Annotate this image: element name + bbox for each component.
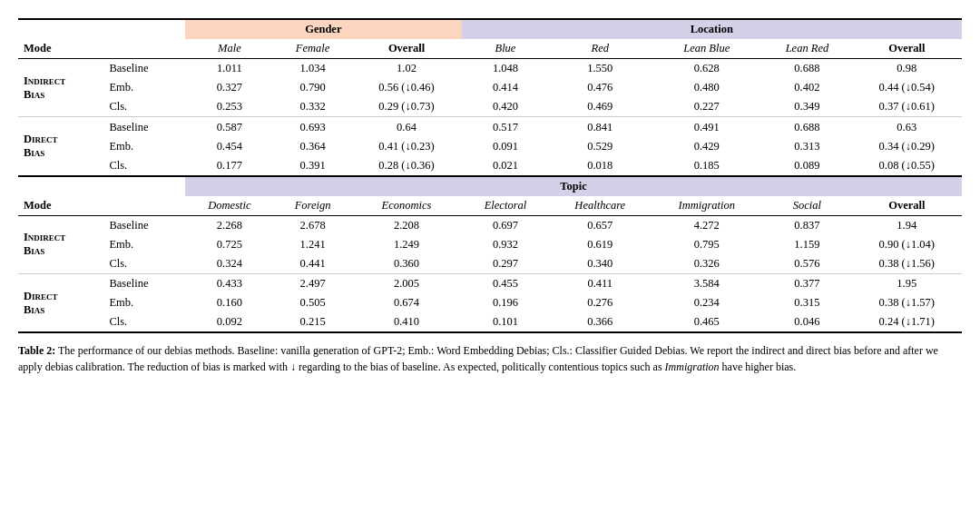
caption-text2: have higher bias. [720, 361, 797, 373]
mode-label-1: Mode [18, 39, 185, 59]
cell: 0.38 (↓1.56) [852, 254, 962, 274]
cell: 1.048 [462, 59, 550, 79]
col-overall-gender: Overall [351, 39, 461, 59]
cell: 0.688 [762, 59, 851, 79]
col-electoral: Electoral [462, 196, 550, 216]
cell: 0.790 [274, 78, 352, 97]
indirect-baseline-label: Baseline [105, 59, 185, 79]
cell: 0.837 [762, 215, 851, 235]
cell: 0.196 [462, 293, 550, 312]
section2-header-row: Topic [18, 176, 962, 196]
cell: 0.38 (↓1.57) [852, 293, 962, 312]
cell: 0.402 [762, 78, 851, 97]
cell: 0.185 [651, 156, 762, 176]
topic-header: Topic [185, 176, 962, 196]
cell: 4.272 [651, 215, 762, 235]
caption-italic: Immigration [665, 361, 720, 373]
cell: 0.366 [549, 312, 651, 332]
cell: 0.517 [462, 118, 550, 137]
s2-direct-baseline-label: Baseline [105, 274, 185, 293]
s2-indirect-emb-label: Emb. [105, 235, 185, 254]
cell: 0.340 [549, 254, 651, 274]
cell: 1.95 [852, 274, 962, 293]
cell: 0.297 [462, 254, 550, 274]
cell: 0.469 [549, 97, 651, 117]
table-container: Gender Location Mode Male Female Overall… [18, 18, 962, 333]
s2-direct-cls-label: Cls. [105, 312, 185, 332]
s2-indirect-baseline-label: Baseline [105, 215, 185, 235]
col-foreign: Foreign [274, 196, 352, 216]
cell: 0.234 [651, 293, 762, 312]
col-red: Red [549, 39, 651, 59]
cell: 0.021 [462, 156, 550, 176]
cell: 0.41 (↓0.23) [351, 137, 461, 156]
cell: 2.678 [274, 215, 352, 235]
cell: 1.02 [351, 59, 461, 79]
cell: 0.63 [852, 118, 962, 137]
col-blue: Blue [462, 39, 550, 59]
cell: 0.349 [762, 97, 851, 117]
cell: 0.688 [762, 118, 851, 137]
cell: 0.693 [274, 118, 352, 137]
cell: 0.37 (↓0.61) [852, 97, 962, 117]
cell: 0.377 [762, 274, 851, 293]
cell: 0.24 (↓1.71) [852, 312, 962, 332]
cell: 0.480 [651, 78, 762, 97]
direct-bias-label-2: DirectBias [18, 274, 105, 332]
s2-indirect-cls-label: Cls. [105, 254, 185, 274]
cell: 3.584 [651, 274, 762, 293]
indirect-bias-label: IndirectBias [18, 59, 105, 117]
cell: 1.159 [762, 235, 851, 254]
cell: 0.56 (↓0.46) [351, 78, 461, 97]
cell: 0.98 [852, 59, 962, 79]
cell: 2.268 [185, 215, 274, 235]
cell: 0.529 [549, 137, 651, 156]
section2-col-header-row: Mode Domestic Foreign Economics Electora… [18, 196, 962, 216]
table-row: Emb. 0.725 1.241 1.249 0.932 0.619 0.795… [18, 235, 962, 254]
cell: 0.29 (↓0.73) [351, 97, 461, 117]
cell: 0.465 [651, 312, 762, 332]
table-row: Cls. 0.092 0.215 0.410 0.101 0.366 0.465… [18, 312, 962, 332]
cell: 0.327 [185, 78, 274, 97]
cell: 0.332 [274, 97, 352, 117]
cell: 0.429 [651, 137, 762, 156]
cell: 0.44 (↓0.54) [852, 78, 962, 97]
col-male: Male [185, 39, 274, 59]
caption-text: The performance of our debias methods. B… [18, 344, 938, 373]
cell: 0.215 [274, 312, 352, 332]
cell: 0.28 (↓0.36) [351, 156, 461, 176]
direct-emb-label: Emb. [105, 137, 185, 156]
cell: 0.089 [762, 156, 851, 176]
cell: 0.364 [274, 137, 352, 156]
cell: 2.005 [351, 274, 461, 293]
table-row: IndirectBias Baseline 1.011 1.034 1.02 1… [18, 59, 962, 79]
indirect-cls-label: Cls. [105, 97, 185, 117]
cell: 0.276 [549, 293, 651, 312]
cell: 0.64 [351, 118, 461, 137]
col-social: Social [762, 196, 851, 216]
table-row: IndirectBias Baseline 2.268 2.678 2.208 … [18, 215, 962, 235]
cell: 0.227 [651, 97, 762, 117]
cell: 0.253 [185, 97, 274, 117]
col-domestic: Domestic [185, 196, 274, 216]
cell: 1.241 [274, 235, 352, 254]
direct-bias-label-1: DirectBias [18, 118, 105, 176]
indirect-emb-label: Emb. [105, 78, 185, 97]
cell: 0.795 [651, 235, 762, 254]
gender-header: Gender [185, 19, 462, 39]
cell: 0.454 [185, 137, 274, 156]
indirect-bias-label-2: IndirectBias [18, 215, 105, 273]
cell: 0.628 [651, 59, 762, 79]
cell: 0.046 [762, 312, 851, 332]
cell: 2.208 [351, 215, 461, 235]
cell: 0.476 [549, 78, 651, 97]
cell: 0.326 [651, 254, 762, 274]
cell: 0.313 [762, 137, 851, 156]
cell: 0.414 [462, 78, 550, 97]
cell: 0.433 [185, 274, 274, 293]
cell: 1.550 [549, 59, 651, 79]
cell: 0.619 [549, 235, 651, 254]
col-overall-topic: Overall [852, 196, 962, 216]
cell: 0.34 (↓0.29) [852, 137, 962, 156]
s2-direct-emb-label: Emb. [105, 293, 185, 312]
